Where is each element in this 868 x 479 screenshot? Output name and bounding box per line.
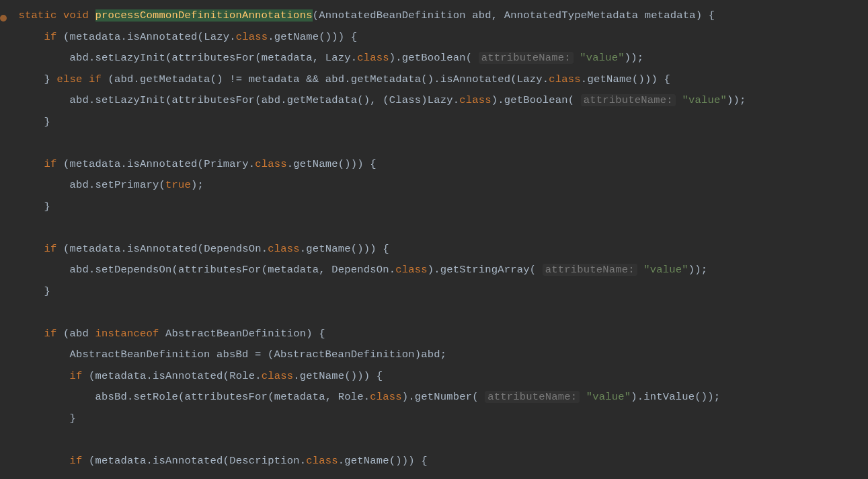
keyword-if: if [70,455,83,467]
blank-line [12,221,19,233]
code-line: absBd.setRole(attributesFor(metadata, Ro… [12,391,720,403]
string-literal: "value" [580,52,625,64]
keyword-if: if [44,243,57,255]
keyword-instanceof: instanceof [95,328,159,340]
code-content[interactable]: static void processCommonDefinitionAnnot… [12,5,868,472]
code-line: if (metadata.isAnnotated(Description.cla… [12,455,428,467]
blank-line [12,306,19,318]
keyword-class: class [236,31,268,43]
param-type: AnnotatedTypeMetadata [504,9,639,22]
keyword-else: else [57,73,83,85]
code-line: } [12,412,76,425]
breakpoint-gutter-icon[interactable] [0,15,7,22]
code-line: abd.setPrimary(true); [12,179,204,191]
keyword-if: if [44,328,57,340]
param-name: metadata [645,9,696,22]
code-line: } else if (abd.getMetadata() != metadata… [12,73,670,85]
method-signature-line: static void processCommonDefinitionAnnot… [12,9,715,22]
code-line: if (metadata.isAnnotated(Role.class.getN… [12,370,383,382]
code-line: if (abd instanceof AbstractBeanDefinitio… [12,328,325,340]
code-line: if (metadata.isAnnotated(DependsOn.class… [12,243,389,255]
inlay-hint: attributeName: [485,391,580,403]
method-name: processCommonDefinitionAnnotations [95,9,313,22]
inlay-hint: attributeName: [479,52,574,64]
code-line: AbstractBeanDefinition absBd = (Abstract… [12,348,446,361]
keyword-if: if [44,158,57,170]
keyword-void: void [63,9,89,22]
string-literal: "value" [586,391,631,403]
code-line: if (metadata.isAnnotated(Lazy.class.getN… [12,31,357,43]
keyword-if: if [89,73,102,85]
keyword-static: static [19,9,57,22]
keyword-if: if [44,31,57,43]
keyword-if: if [70,370,83,382]
code-line: if (metadata.isAnnotated(Primary.class.g… [12,158,377,170]
code-editor[interactable]: static void processCommonDefinitionAnnot… [0,0,868,479]
keyword-true: true [165,179,191,191]
blank-line [12,433,19,445]
code-line: } [12,200,50,213]
string-literal: "value" [682,94,727,106]
param-name: abd [472,9,491,22]
code-line: abd.setLazyInit(attributesFor(metadata, … [12,52,643,64]
inlay-hint: attributeName: [543,264,637,276]
code-line: } [12,116,50,128]
code-line: } [12,285,50,297]
blank-line [12,137,19,149]
string-literal: "value" [643,264,688,276]
code-line: abd.setDependsOn(attributesFor(metadata,… [12,264,707,276]
inlay-hint: attributeName: [581,94,676,106]
param-type: AnnotatedBeanDefinition [319,9,466,22]
code-line: abd.setLazyInit(attributesFor(abd.getMet… [12,94,746,106]
